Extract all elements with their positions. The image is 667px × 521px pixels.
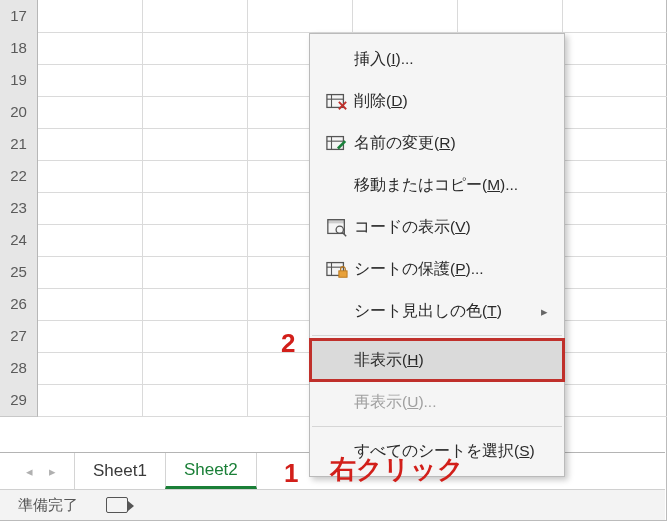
row-header[interactable]: 21 [0, 128, 38, 161]
cell[interactable] [38, 320, 143, 353]
cell[interactable] [143, 256, 248, 289]
row-header[interactable]: 23 [0, 192, 38, 225]
cell[interactable] [563, 128, 667, 161]
menu-label: 再表示(U)... [354, 392, 548, 413]
annotation-number-1: 1 [284, 458, 298, 489]
cell[interactable] [563, 320, 667, 353]
tab-nav: ◂ ▸ [0, 453, 64, 489]
cell[interactable] [143, 288, 248, 321]
cell[interactable] [38, 384, 143, 417]
row-header[interactable]: 22 [0, 160, 38, 193]
row-header[interactable]: 29 [0, 384, 38, 417]
cell[interactable] [38, 288, 143, 321]
cell[interactable] [248, 0, 353, 33]
cell[interactable] [563, 32, 667, 65]
menu-label: 削除(D) [354, 91, 548, 112]
row-header[interactable]: 19 [0, 64, 38, 97]
menu-label: コードの表示(V) [354, 217, 548, 238]
cell[interactable] [38, 32, 143, 65]
menu-view-code[interactable]: コードの表示(V) [310, 206, 564, 248]
menu-label: シート見出しの色(T) [354, 301, 541, 322]
menu-tab-color[interactable]: シート見出しの色(T) ▸ [310, 290, 564, 332]
menu-insert[interactable]: 挿入(I)... [310, 38, 564, 80]
row-header[interactable]: 18 [0, 32, 38, 65]
grid-row: 17 [0, 0, 667, 32]
row-header[interactable]: 17 [0, 0, 38, 33]
tab-prev-icon[interactable]: ◂ [26, 464, 33, 479]
cell[interactable] [353, 0, 458, 33]
cell[interactable] [38, 64, 143, 97]
menu-protect-sheet[interactable]: シートの保護(P)... [310, 248, 564, 290]
cell[interactable] [458, 0, 563, 33]
annotation-number-2: 2 [281, 328, 295, 359]
cell[interactable] [143, 320, 248, 353]
cell[interactable] [563, 64, 667, 97]
row-header[interactable]: 26 [0, 288, 38, 321]
cell[interactable] [563, 224, 667, 257]
cell[interactable] [563, 288, 667, 321]
cell[interactable] [38, 192, 143, 225]
protect-sheet-icon [320, 259, 354, 279]
cell[interactable] [143, 352, 248, 385]
cell[interactable] [563, 384, 667, 417]
menu-delete[interactable]: 削除(D) [310, 80, 564, 122]
sheet-context-menu: 挿入(I)... 削除(D) 名前の変更(R) 移動またはコピー(M)... コ… [309, 33, 565, 477]
menu-rename[interactable]: 名前の変更(R) [310, 122, 564, 164]
row-header[interactable]: 24 [0, 224, 38, 257]
cell[interactable] [563, 0, 667, 33]
cell[interactable] [38, 0, 143, 33]
sheet-tab-label: Sheet1 [93, 461, 147, 481]
status-bar: 準備完了 [0, 489, 665, 520]
row-header[interactable]: 25 [0, 256, 38, 289]
cell[interactable] [38, 224, 143, 257]
menu-label: 挿入(I)... [354, 49, 548, 70]
menu-label: シートの保護(P)... [354, 259, 548, 280]
sheet-tab-sheet2[interactable]: Sheet2 [165, 453, 257, 489]
cell[interactable] [563, 256, 667, 289]
svg-rect-5 [327, 137, 344, 150]
cell[interactable] [143, 96, 248, 129]
cell[interactable] [563, 352, 667, 385]
macro-record-icon[interactable] [106, 497, 128, 513]
menu-hide[interactable]: 非表示(H) [310, 339, 564, 381]
cell[interactable] [563, 192, 667, 225]
annotation-right-click-label: 右クリック [330, 452, 464, 487]
menu-move-copy[interactable]: 移動またはコピー(M)... [310, 164, 564, 206]
menu-label: 移動またはコピー(M)... [354, 175, 548, 196]
cell[interactable] [563, 96, 667, 129]
cell[interactable] [143, 0, 248, 33]
svg-rect-9 [328, 220, 345, 224]
view-code-icon [320, 217, 354, 237]
cell[interactable] [563, 160, 667, 193]
cell[interactable] [143, 32, 248, 65]
menu-label: 名前の変更(R) [354, 133, 548, 154]
cell[interactable] [143, 160, 248, 193]
row-header[interactable]: 28 [0, 352, 38, 385]
row-header[interactable]: 27 [0, 320, 38, 353]
cell[interactable] [143, 224, 248, 257]
cell[interactable] [38, 128, 143, 161]
menu-unhide: 再表示(U)... [310, 381, 564, 423]
menu-separator [312, 335, 562, 336]
cell[interactable] [143, 128, 248, 161]
status-ready-label: 準備完了 [18, 496, 78, 515]
cell[interactable] [38, 96, 143, 129]
menu-label: 非表示(H) [354, 350, 548, 371]
cell[interactable] [38, 160, 143, 193]
submenu-arrow-icon: ▸ [541, 304, 548, 319]
sheet-tab-label: Sheet2 [184, 460, 238, 480]
cell[interactable] [143, 64, 248, 97]
svg-point-10 [336, 226, 343, 233]
menu-separator [312, 426, 562, 427]
svg-rect-0 [327, 95, 344, 108]
delete-sheet-icon [320, 91, 354, 111]
cell[interactable] [143, 192, 248, 225]
cell[interactable] [38, 352, 143, 385]
tab-next-icon[interactable]: ▸ [49, 464, 56, 479]
cell[interactable] [38, 256, 143, 289]
sheet-tab-sheet1[interactable]: Sheet1 [74, 453, 166, 489]
svg-rect-15 [339, 271, 347, 277]
rename-sheet-icon [320, 133, 354, 153]
cell[interactable] [143, 384, 248, 417]
row-header[interactable]: 20 [0, 96, 38, 129]
